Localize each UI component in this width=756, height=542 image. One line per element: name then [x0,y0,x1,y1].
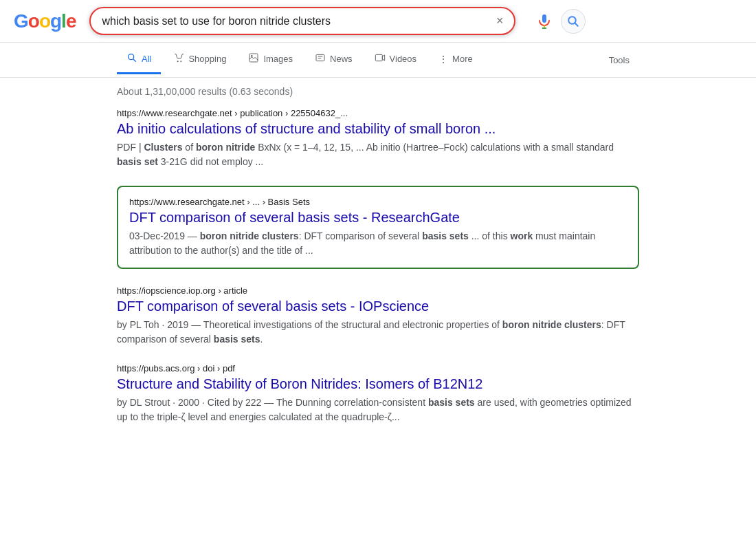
result-snippet-1: PDF | Clusters of boron nitride BxNx (x … [117,140,639,169]
result-item-1: https://www.researchgate.net › publicati… [117,108,639,169]
logo-letter-l: l [61,10,66,32]
tab-more[interactable]: ⋮ More [429,47,482,74]
logo-letter-o2: o [39,10,50,32]
google-logo[interactable]: G o o g l e [14,10,76,32]
result-url-2: https://www.researchgate.net › ... › Bas… [129,197,627,207]
result-title-4[interactable]: Structure and Stability of Boron Nitride… [117,375,639,393]
logo-letter-g: G [14,10,28,32]
svg-point-7 [177,61,179,62]
svg-rect-0 [542,14,546,23]
tab-videos-label: Videos [390,54,417,64]
tab-more-label: More [452,54,473,64]
results-count: About 1,31,00,000 results (0.63 seconds) [117,86,639,97]
tab-news-label: News [330,54,353,64]
result-title-3[interactable]: DFT comparison of several basis sets - I… [117,297,639,315]
svg-rect-11 [316,54,324,61]
logo-letter-e: e [66,10,76,32]
news-tab-icon [315,52,326,65]
tab-all-label: All [142,54,151,64]
all-tab-icon [126,52,137,65]
tools-button[interactable]: Tools [599,48,639,72]
images-tab-icon [248,52,259,65]
shopping-tab-icon [173,52,184,65]
result-item-3: https://iopscience.iop.org › article DFT… [117,285,639,347]
svg-line-4 [575,23,579,26]
result-snippet-2: 03-Dec-2019 — boron nitride clusters: DF… [129,229,627,258]
videos-tab-icon [375,52,386,65]
result-url-3: https://iopscience.iop.org › article [117,285,639,296]
results-container: About 1,31,00,000 results (0.63 seconds)… [0,78,756,449]
result-snippet-3: by PL Toh · 2019 — Theoretical investiga… [117,318,639,347]
clear-icon[interactable]: × [496,14,504,28]
tab-shopping[interactable]: Shopping [164,45,236,74]
header: G o o g l e × [0,0,756,43]
tab-images[interactable]: Images [238,45,302,74]
tab-news[interactable]: News [305,45,362,74]
tab-shopping-label: Shopping [188,54,226,64]
result-url-1: https://www.researchgate.net › publicati… [117,108,639,118]
result-url-4: https://pubs.acs.org › doi › pdf [117,363,639,373]
logo-letter-o1: o [28,10,39,32]
search-input[interactable] [102,15,490,28]
tab-videos[interactable]: Videos [365,45,427,74]
search-bar: × [89,7,515,35]
result-snippet-4: by DL Strout · 2000 · Cited by 222 — The… [117,395,639,424]
svg-rect-14 [375,54,382,61]
more-tab-icon: ⋮ [438,54,448,65]
nav-tabs: All Shopping Images News Videos ⋮ More T… [0,43,756,78]
search-bar-wrapper: × [89,7,515,35]
svg-line-6 [133,59,136,62]
search-submit-button[interactable] [561,9,586,34]
result-item-4: https://pubs.acs.org › doi › pdf Structu… [117,363,639,424]
microphone-icon[interactable] [536,13,553,30]
svg-point-8 [181,61,182,62]
result-title-2[interactable]: DFT comparison of several basis sets - R… [129,208,627,226]
logo-letter-g2: g [50,10,61,32]
result-title-1[interactable]: Ab initio calculations of structure and … [117,120,639,138]
tab-all[interactable]: All [117,45,161,74]
result-item-2-highlighted: https://www.researchgate.net › ... › Bas… [117,186,639,269]
tab-images-label: Images [263,54,293,64]
search-action-icons [536,9,586,34]
